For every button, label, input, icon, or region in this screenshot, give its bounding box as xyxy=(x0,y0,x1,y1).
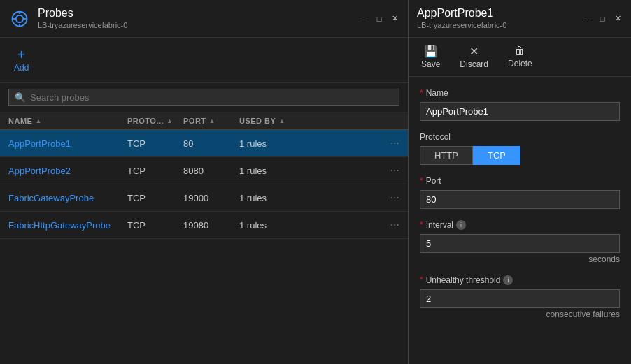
table-body: AppPortProbe1 TCP 80 1 rules ··· AppPort… xyxy=(0,130,408,364)
row-port-2: 19000 xyxy=(183,193,239,203)
name-input[interactable] xyxy=(420,102,620,121)
interval-required-star: * xyxy=(420,220,423,230)
sort-arrow-proto: ▲ xyxy=(166,117,173,124)
right-maximize-button[interactable]: □ xyxy=(597,14,607,24)
unhealthy-field-group: * Unhealthy threshold i consecutive fail… xyxy=(420,275,620,319)
table-row[interactable]: FabricGatewayProbe TCP 19000 1 rules ··· xyxy=(0,184,408,212)
table-row[interactable]: FabricHttpGatewayProbe TCP 19080 1 rules… xyxy=(0,212,408,239)
left-title-group: Probes LB-tryazureservicefabric-0 xyxy=(8,7,127,30)
interval-info-icon[interactable]: i xyxy=(456,220,466,230)
unhealthy-label: * Unhealthy threshold i xyxy=(420,275,620,285)
table-header: NAME ▲ PROTO... ▲ PORT ▲ USED BY ▲ xyxy=(0,112,408,130)
discard-button[interactable]: ✕ Discard xyxy=(455,43,492,71)
right-title-text: AppPortProbe1 LB-tryazureservicefabric-0 xyxy=(417,7,506,30)
save-icon: 💾 xyxy=(424,45,438,58)
right-window-controls: — □ ✕ xyxy=(582,14,623,24)
right-titlebar: AppPortProbe1 LB-tryazureservicefabric-0… xyxy=(409,0,631,38)
unhealthy-info-icon[interactable]: i xyxy=(503,275,513,285)
row-port-1: 8080 xyxy=(183,166,239,176)
row-more-0[interactable]: ··· xyxy=(390,137,399,150)
right-panel-title: AppPortProbe1 xyxy=(417,7,506,20)
row-more-1[interactable]: ··· xyxy=(390,164,399,177)
delete-label: Delete xyxy=(508,59,532,68)
unhealthy-input[interactable] xyxy=(420,289,620,308)
port-label: * Port xyxy=(420,176,620,186)
search-wrapper: 🔍 xyxy=(8,89,399,106)
unhealthy-required-star: * xyxy=(420,275,423,285)
interval-label: * Interval i xyxy=(420,220,620,230)
delete-button[interactable]: 🗑 Delete xyxy=(504,43,537,71)
row-proto-0: TCP xyxy=(127,138,183,149)
discard-label: Discard xyxy=(460,59,488,69)
row-name-1: AppPortProbe2 xyxy=(8,166,127,176)
left-toolbar: + Add xyxy=(0,38,408,83)
right-content: * Name Protocol HTTP TCP * Port xyxy=(409,77,631,364)
right-panel-subtitle: LB-tryazureservicefabric-0 xyxy=(417,21,506,29)
row-usedby-0: 1 rules xyxy=(239,138,390,149)
port-field-group: * Port xyxy=(420,176,620,209)
protocol-tcp-button[interactable]: TCP xyxy=(473,146,520,165)
row-port-0: 80 xyxy=(183,138,239,149)
sort-arrow-port: ▲ xyxy=(209,117,215,124)
table-row[interactable]: AppPortProbe2 TCP 8080 1 rules ··· xyxy=(0,157,408,184)
right-close-button[interactable]: ✕ xyxy=(613,14,623,24)
name-field-group: * Name xyxy=(420,88,620,121)
row-name-2: FabricGatewayProbe xyxy=(8,193,127,203)
add-label: Add xyxy=(14,63,29,73)
left-panel-title-text: Probes LB-tryazureservicefabric-0 xyxy=(38,7,127,30)
row-proto-2: TCP xyxy=(127,193,183,203)
col-header-port[interactable]: PORT ▲ xyxy=(183,117,239,125)
right-toolbar: 💾 Save ✕ Discard 🗑 Delete xyxy=(409,38,631,77)
right-minimize-button[interactable]: — xyxy=(582,14,592,24)
delete-icon: 🗑 xyxy=(514,45,525,57)
probes-icon xyxy=(8,8,31,30)
row-name-3: FabricHttpGatewayProbe xyxy=(8,220,127,231)
interval-input[interactable] xyxy=(420,234,620,253)
protocol-toggle: HTTP TCP xyxy=(420,146,620,165)
svg-point-1 xyxy=(16,15,24,22)
search-icon: 🔍 xyxy=(15,92,26,103)
name-label: * Name xyxy=(420,88,620,98)
left-panel: Probes LB-tryazureservicefabric-0 — □ ✕ … xyxy=(0,0,409,364)
sort-arrow-usedby: ▲ xyxy=(278,117,285,124)
col-header-name[interactable]: NAME ▲ xyxy=(8,117,127,125)
name-required-star: * xyxy=(420,88,423,98)
maximize-button[interactable]: □ xyxy=(374,14,384,24)
row-more-3[interactable]: ··· xyxy=(390,219,399,231)
unhealthy-suffix: consecutive failures xyxy=(420,310,620,319)
right-panel: AppPortProbe1 LB-tryazureservicefabric-0… xyxy=(409,0,631,364)
left-panel-title: Probes xyxy=(38,7,127,20)
row-port-3: 19080 xyxy=(183,220,239,231)
interval-suffix: seconds xyxy=(420,254,620,264)
row-name-0: AppPortProbe1 xyxy=(8,138,127,149)
left-titlebar: Probes LB-tryazureservicefabric-0 — □ ✕ xyxy=(0,0,408,38)
add-button[interactable]: + Add xyxy=(8,45,34,75)
port-input[interactable] xyxy=(420,190,620,209)
protocol-http-button[interactable]: HTTP xyxy=(420,146,473,165)
search-input[interactable] xyxy=(30,92,393,103)
col-header-proto[interactable]: PROTO... ▲ xyxy=(127,117,183,125)
row-usedby-2: 1 rules xyxy=(239,193,390,203)
save-button[interactable]: 💾 Save xyxy=(417,43,444,71)
table-row[interactable]: AppPortProbe1 TCP 80 1 rules ··· xyxy=(0,130,408,157)
protocol-field-group: Protocol HTTP TCP xyxy=(420,132,620,165)
search-bar: 🔍 xyxy=(0,83,408,112)
row-proto-1: TCP xyxy=(127,166,183,176)
close-button[interactable]: ✕ xyxy=(390,14,399,24)
minimize-button[interactable]: — xyxy=(359,14,369,24)
port-required-star: * xyxy=(420,176,423,186)
protocol-label: Protocol xyxy=(420,132,620,142)
row-proto-3: TCP xyxy=(127,220,183,231)
left-window-controls: — □ ✕ xyxy=(359,14,399,24)
row-usedby-3: 1 rules xyxy=(239,220,390,231)
left-panel-subtitle: LB-tryazureservicefabric-0 xyxy=(38,21,127,29)
col-header-usedby[interactable]: USED BY ▲ xyxy=(239,117,399,125)
add-icon: + xyxy=(17,48,26,61)
save-label: Save xyxy=(421,59,440,69)
interval-field-group: * Interval i seconds xyxy=(420,220,620,264)
row-usedby-1: 1 rules xyxy=(239,166,390,176)
row-more-2[interactable]: ··· xyxy=(390,191,399,204)
discard-icon: ✕ xyxy=(469,45,478,58)
sort-arrow-name: ▲ xyxy=(35,117,41,124)
